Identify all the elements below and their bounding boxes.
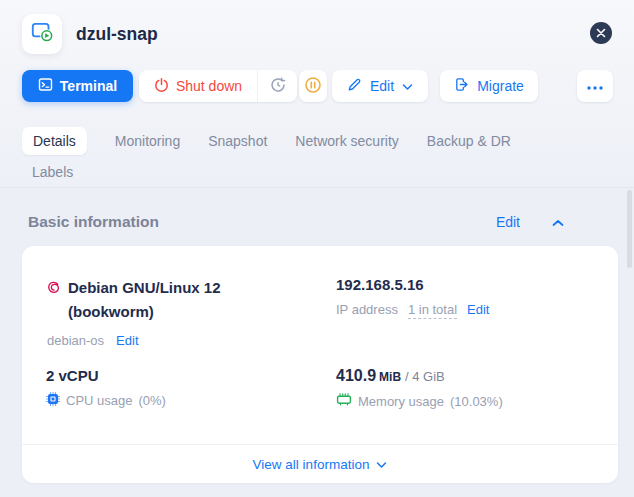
pause-circle-icon (304, 76, 322, 97)
tab-network-security[interactable]: Network security (295, 127, 398, 155)
ellipsis-icon (586, 78, 604, 94)
restore-icon (270, 77, 286, 96)
cpu-value: 2 vCPU (46, 367, 166, 384)
scrollbar-thumb[interactable] (627, 190, 632, 268)
tab-snapshot[interactable]: Snapshot (208, 127, 267, 155)
toolbar: Terminal Shut down (0, 70, 634, 102)
memory-usage-label: Memory usage (358, 394, 444, 409)
view-all-information-button[interactable]: View all information (22, 445, 618, 483)
chevron-down-icon (402, 78, 413, 94)
ip-edit-link[interactable]: Edit (467, 302, 489, 317)
basic-information-header: Basic information Edit (28, 210, 590, 234)
more-actions-button[interactable] (577, 70, 613, 102)
edit-dropdown-button[interactable]: Edit (332, 70, 428, 102)
os-info: Debian GNU/Linux 12 (bookworm) debian-os… (46, 276, 316, 348)
ip-address-label: IP address (336, 302, 398, 317)
shutdown-button[interactable]: Shut down (139, 70, 257, 102)
tab-details[interactable]: Details (22, 127, 87, 155)
os-name: Debian GNU/Linux 12 (bookworm) (68, 276, 221, 324)
power-icon (154, 77, 169, 95)
restore-button[interactable] (258, 70, 297, 102)
tab-backup-dr[interactable]: Backup & DR (427, 127, 511, 155)
ip-total-hint[interactable]: 1 in total (408, 302, 457, 319)
basic-information-card: Debian GNU/Linux 12 (bookworm) debian-os… (22, 246, 618, 483)
memory-usage-percent: (10.03%) (450, 394, 503, 409)
memory-total: / 4 GiB (405, 369, 445, 384)
vm-avatar (22, 14, 62, 54)
cpu-usage-label: CPU usage (66, 393, 132, 408)
collapse-section-button[interactable] (552, 213, 564, 231)
cpu-info: 2 vCPU CPU usage (0%) (46, 367, 166, 409)
section-title: Basic information (28, 213, 496, 231)
chevron-down-icon (376, 457, 387, 472)
shutdown-button-label: Shut down (176, 78, 242, 94)
export-arrow-icon (454, 77, 469, 95)
os-name-line2: (bookworm) (68, 300, 221, 324)
tab-row-2: Labels (22, 158, 612, 186)
panel-header: dzul-snap Terminal (0, 0, 634, 188)
close-icon (596, 24, 606, 42)
tab-bar: Details Monitoring Snapshot Network secu… (22, 127, 612, 189)
memory-value: 410.9 MiB / 4 GiB (336, 367, 503, 385)
tab-monitoring[interactable]: Monitoring (115, 127, 180, 155)
terminal-button[interactable]: Terminal (22, 70, 133, 102)
chevron-up-icon (552, 213, 564, 231)
tab-labels[interactable]: Labels (32, 158, 73, 186)
suspend-button[interactable] (299, 70, 327, 102)
basic-info-edit-link[interactable]: Edit (496, 214, 520, 230)
page-title: dzul-snap (76, 24, 158, 45)
edit-button-label: Edit (370, 78, 394, 94)
os-image-id: debian-os (47, 333, 104, 348)
cpu-usage-percent: (0%) (138, 393, 165, 408)
close-button[interactable] (590, 22, 612, 44)
terminal-prompt-icon (38, 77, 53, 95)
migrate-button[interactable]: Migrate (440, 70, 538, 102)
ip-info: 192.168.5.16 IP address 1 in total Edit (336, 276, 489, 319)
os-name-line1: Debian GNU/Linux 12 (68, 276, 221, 300)
tab-row-1: Details Monitoring Snapshot Network secu… (22, 127, 612, 155)
vm-display-play-icon (29, 19, 55, 49)
power-button-group: Shut down (139, 70, 297, 102)
vm-details-panel: dzul-snap Terminal (0, 0, 634, 497)
pencil-icon (347, 77, 362, 95)
memory-used: 410.9 (336, 367, 376, 385)
chip-icon (46, 392, 60, 409)
terminal-button-label: Terminal (60, 78, 117, 94)
migrate-button-label: Migrate (477, 78, 524, 94)
memory-info: 410.9 MiB / 4 GiB Memory usage (10.03%) (336, 367, 503, 410)
memory-used-unit: MiB (379, 370, 401, 384)
debian-swirl-icon (46, 280, 61, 324)
view-all-label: View all information (253, 457, 370, 472)
ram-icon (336, 393, 352, 410)
ip-address-value: 192.168.5.16 (336, 276, 489, 293)
os-edit-link[interactable]: Edit (116, 333, 138, 348)
